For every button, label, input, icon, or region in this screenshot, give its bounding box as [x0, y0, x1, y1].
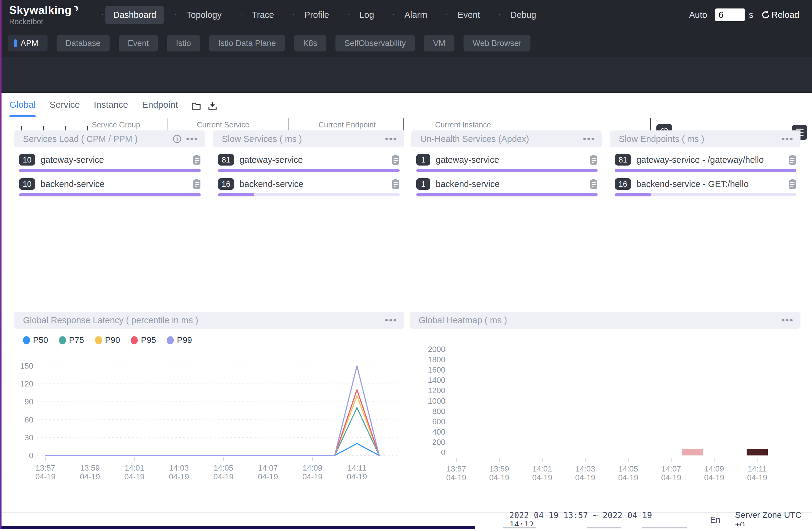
svg-text:04-19: 04-19 [704, 473, 725, 482]
progress-bar [416, 169, 598, 172]
progress-bar [218, 169, 400, 172]
reload-button[interactable]: Reload [761, 10, 799, 20]
service-name[interactable]: backend-service [436, 179, 499, 189]
category-web-browser[interactable]: Web Browser [464, 35, 531, 52]
category-event[interactable]: Event [119, 35, 158, 52]
service-row: 1 gateway-service [416, 153, 598, 172]
download-icon[interactable] [208, 101, 217, 111]
legend-item[interactable]: P95 [131, 335, 156, 345]
nav-item-trace[interactable]: Trace [244, 6, 282, 24]
logo[interactable]: Skywalking Rocketbot [9, 4, 79, 26]
more-options-icon[interactable]: ••• [385, 319, 397, 322]
progress-track [416, 169, 598, 172]
nav-item-profile[interactable]: Profile [296, 6, 337, 24]
category-label: Istio Data Plane [218, 39, 276, 48]
svg-text:04-19: 04-19 [446, 473, 466, 482]
endpoint-name[interactable]: gateway-service - /gateway/hello [636, 155, 764, 165]
clipboard-icon[interactable] [193, 179, 201, 189]
nav-item-event[interactable]: Event [450, 6, 488, 24]
more-options-icon[interactable]: ••• [385, 137, 397, 141]
svg-text:04-19: 04-19 [125, 472, 145, 481]
service-row: 10 backend-service [19, 177, 201, 196]
clipboard-icon[interactable] [788, 179, 796, 189]
category-istio[interactable]: Istio [167, 35, 200, 52]
category-label: APM [20, 39, 39, 48]
tab-endpoint[interactable]: Endpoint [142, 100, 178, 112]
logo-title: Skywalking [9, 4, 72, 17]
clipboard-icon[interactable] [193, 155, 201, 165]
card-global-response-latency: Global Response Latency ( percentile in … [14, 312, 404, 486]
service-name[interactable]: backend-service [41, 179, 104, 189]
heatmap-plot: 020040060080010001200140016001800200013:… [410, 312, 800, 486]
legend-item[interactable]: P99 [167, 335, 192, 345]
category-istio-data-plane[interactable]: Istio Data Plane [209, 35, 285, 52]
svg-text:14:05: 14:05 [214, 463, 233, 472]
legend-item[interactable]: P50 [23, 335, 48, 345]
clipboard-icon[interactable] [590, 155, 598, 165]
nav-items: Dashboard Topology Trace Profile Log Ala… [91, 6, 544, 24]
svg-text:60: 60 [25, 415, 33, 424]
clipboard-icon[interactable] [590, 179, 598, 189]
nav-item-debug[interactable]: Debug [503, 6, 544, 24]
svg-text:1200: 1200 [428, 386, 445, 395]
clipboard-icon[interactable] [392, 179, 400, 189]
category-vm[interactable]: VM [424, 35, 454, 52]
card-unhealth-services: Un-Health Services (Apdex) ••• 1 gateway… [411, 130, 602, 204]
more-options-icon[interactable]: ••• [781, 137, 794, 141]
service-name[interactable]: backend-service [240, 179, 303, 189]
card-slow-endpoints: Slow Endpoints ( ms ) ••• 81 gateway-ser… [610, 130, 800, 204]
auto-interval-input[interactable] [715, 9, 745, 21]
active-dot [14, 39, 17, 47]
svg-text:14:11: 14:11 [347, 463, 366, 472]
cutoff-text [503, 527, 536, 528]
service-name[interactable]: gateway-service [41, 155, 104, 165]
more-options-icon[interactable]: ••• [583, 137, 595, 141]
service-row: 16 backend-service - GET:/hello [615, 177, 796, 196]
legend-dot [23, 336, 30, 344]
tab-instance[interactable]: Instance [94, 100, 128, 112]
value-badge: 1 [416, 154, 430, 165]
current-endpoint-label: Current Endpoint [319, 120, 376, 129]
category-selfobservability[interactable]: SelfObservability [335, 35, 415, 52]
legend-label: P99 [177, 335, 192, 345]
value-badge: 81 [218, 154, 234, 165]
tab-service[interactable]: Service [50, 100, 80, 112]
latency-plot: 030609012015013:5704-1913:5904-1914:0104… [14, 351, 404, 481]
svg-text:120: 120 [20, 379, 33, 388]
svg-text:13:57: 13:57 [35, 463, 55, 472]
progress-track [615, 169, 796, 172]
legend-item[interactable]: P90 [95, 335, 120, 345]
category-apm[interactable]: APM [8, 35, 47, 52]
more-options-icon[interactable]: ••• [186, 137, 198, 141]
language-switch[interactable]: En [710, 515, 720, 525]
svg-text:90: 90 [25, 397, 33, 406]
svg-text:04-19: 04-19 [214, 472, 234, 481]
progress-track [19, 169, 201, 172]
svg-text:14:09: 14:09 [704, 464, 724, 473]
card-header: Global Response Latency ( percentile in … [14, 312, 404, 329]
category-label: K8s [303, 39, 317, 48]
clipboard-icon[interactable] [788, 155, 796, 165]
tab-global[interactable]: Global [10, 100, 36, 112]
clipboard-icon[interactable] [392, 155, 400, 165]
category-database[interactable]: Database [57, 35, 110, 52]
progress-bar [615, 169, 796, 172]
service-name[interactable]: gateway-service [240, 155, 303, 165]
svg-text:600: 600 [432, 417, 445, 426]
category-label: Database [66, 39, 101, 48]
view-tabs: Global Service Instance Endpoint [0, 93, 812, 118]
nav-item-log[interactable]: Log [351, 6, 382, 24]
endpoint-name[interactable]: backend-service - GET:/hello [636, 179, 749, 189]
nav-item-alarm[interactable]: Alarm [396, 6, 435, 24]
svg-text:04-19: 04-19 [575, 473, 596, 482]
nav-item-topology[interactable]: Topology [179, 6, 230, 24]
nav-item-dashboard[interactable]: Dashboard [105, 6, 164, 24]
folder-icon[interactable] [191, 101, 201, 111]
info-icon[interactable] [173, 134, 182, 144]
legend-item[interactable]: P75 [59, 335, 84, 345]
service-name[interactable]: gateway-service [436, 155, 499, 165]
category-k8s[interactable]: K8s [294, 35, 327, 52]
progress-track [218, 193, 400, 196]
value-badge: 16 [218, 178, 234, 190]
svg-text:04-19: 04-19 [747, 473, 768, 482]
